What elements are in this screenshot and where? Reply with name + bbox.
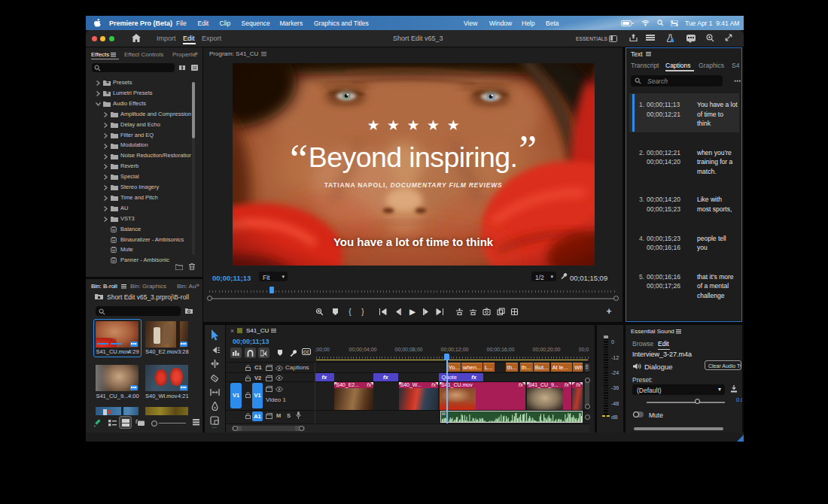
- svg-text:32: 32: [193, 65, 197, 70]
